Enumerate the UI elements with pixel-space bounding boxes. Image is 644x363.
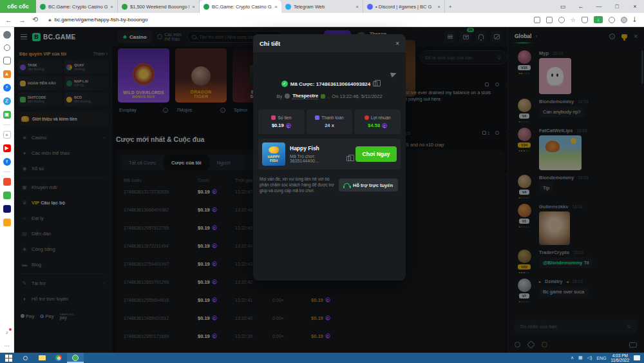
tab-close-icon[interactable]: × (437, 4, 440, 10)
settings-gear-icon[interactable] (3, 31, 11, 39)
modal-close-icon[interactable]: × (395, 40, 399, 47)
user-avatar-icon (285, 93, 290, 99)
window-maximize-button[interactable]: □ (608, 0, 626, 13)
reload-icon[interactable]: ⟲ (32, 15, 38, 24)
bookmark-star-icon[interactable]: ☆ (571, 17, 576, 23)
action-center-icon[interactable] (634, 355, 640, 360)
tab-title: • Discord | #games | BC G (375, 4, 435, 10)
rail-divider (3, 172, 11, 172)
bet-datetime: On 13:22:46, 5/11/2022 (332, 93, 382, 99)
bet-stats-row: Số tiền $0.19C Thanh toán 24 x Lợi nhuận… (258, 110, 401, 134)
tab-title: BC.Game: Crypto Casino Gan (212, 4, 272, 10)
browser-address-bar: ← → ⟲ 🔒︎ bc.game/vi/game/happy-fish-by-b… (0, 13, 644, 27)
zalo-icon[interactable]: Z (3, 97, 11, 105)
history-icon[interactable] (4, 44, 10, 51)
translate-icon[interactable] (546, 17, 553, 23)
live-support-button[interactable]: Hỗ trợ trực tuyến (339, 179, 398, 191)
speaker-icon[interactable]: ◁) (587, 355, 592, 360)
add-shortcut-icon[interactable]: + (3, 131, 11, 139)
modal-header: Chi tiết × (253, 34, 406, 52)
youtube-icon[interactable]: ▶ (3, 144, 11, 152)
profit-icon (365, 115, 369, 120)
cart-icon[interactable] (3, 219, 11, 226)
tab-close-icon[interactable]: × (110, 4, 113, 10)
taskbar-search-button[interactable] (17, 353, 33, 363)
windows-logo-icon (5, 355, 12, 362)
language-indicator[interactable]: ENG (596, 356, 606, 360)
chrome-button[interactable] (50, 353, 67, 363)
game-info-card: HAPPYFISH Happy Fish Mã Trò chơi: 363514… (258, 139, 401, 170)
headset-icon (344, 183, 350, 187)
new-tab-button[interactable]: + (445, 0, 460, 13)
coccoc-side-rail: ▲ ⚡︎ Z ▣ + ▶ f ♪ ⋯ (0, 27, 14, 353)
session-restore-icon[interactable]: ← (572, 0, 590, 13)
tab-discord[interactable]: • Discord | #games | BC G × (363, 0, 445, 13)
chrome-icon (55, 355, 62, 361)
start-button[interactable] (0, 353, 17, 363)
facebook-icon[interactable]: f (3, 158, 11, 166)
game-id-row: Mã Trò chơi: 3635144400... (290, 154, 351, 163)
coin-icon: C (286, 123, 291, 128)
new-tab-label: + (449, 4, 451, 10)
shopee-icon[interactable] (3, 178, 11, 186)
tab-title: Telegram Web (294, 4, 353, 10)
coccoc-logo[interactable]: cốc cốc (0, 0, 36, 13)
tab-bcgame-active[interactable]: BC.Game: Crypto Casino Gan × (200, 0, 281, 13)
promo-favicon (122, 4, 128, 10)
stat-amount: Số tiền $0.19C (258, 110, 305, 134)
shield-icon[interactable] (582, 17, 588, 23)
play-now-button[interactable]: Chơi Ngay (355, 146, 397, 162)
extension-icon[interactable] (609, 17, 615, 23)
reading-list-icon[interactable] (3, 57, 11, 64)
taskbar-clock[interactable]: 4:03 PM11/6/2022 (611, 353, 629, 362)
back-icon[interactable]: ← (5, 16, 12, 24)
tab-telegram[interactable]: Telegram Web × (281, 0, 363, 13)
by-label: By (276, 93, 282, 99)
bet-id-label: Mã Cược: 1748636130664093824 (290, 81, 370, 87)
lazada-icon[interactable] (3, 205, 11, 213)
tab-booongo[interactable]: $1,500 Weekend Booongo M × (118, 0, 200, 13)
network-icon[interactable]: ▦ (578, 355, 583, 360)
tab-title: $1,500 Weekend Booongo M (130, 4, 189, 10)
happy-fish-thumbnail[interactable]: HAPPYFISH (262, 142, 285, 166)
rail-divider (3, 124, 11, 125)
bet-details-modal: Chi tiết × ✓ Mã Cược: 174863613066409382… (253, 34, 406, 280)
share-icon[interactable] (390, 71, 397, 78)
hot-trends-icon[interactable]: ▲ (3, 70, 11, 78)
gift-icon[interactable] (3, 191, 11, 199)
tab-bcgame-1[interactable]: BC.Game: Crypto Casino Gan × (36, 0, 118, 13)
copy-icon[interactable] (373, 81, 377, 86)
window-close-button[interactable]: × (626, 0, 644, 13)
url-input[interactable]: 🔒︎ bc.game/vi/game/happy-fish-by-booongo (44, 15, 405, 25)
screen: cốc cốc BC.Game: Crypto Casino Gan × $1,… (0, 0, 644, 363)
tab-close-icon[interactable]: × (355, 4, 359, 10)
coccoc-logo-label: cốc cốc (7, 3, 29, 10)
profile-icon[interactable] (621, 17, 627, 23)
game-name: Happy Fish (290, 145, 351, 152)
bcgame-favicon (204, 4, 209, 10)
notification-bell-icon[interactable]: ♪ (3, 329, 11, 337)
stat-profit: Lợi nhuận $4.58C (354, 110, 401, 134)
coccoc-button[interactable] (67, 353, 84, 363)
tab-close-icon[interactable]: × (192, 4, 195, 10)
file-explorer-button[interactable] (33, 353, 50, 363)
cast-icon[interactable]: ▭ (554, 0, 572, 13)
verified-check-icon: ✓ (281, 81, 288, 87)
share-icon[interactable] (558, 17, 565, 23)
downloads-tray-icon[interactable]: ⭣ (633, 15, 636, 24)
install-icon[interactable] (534, 17, 540, 23)
bet-username-link[interactable]: Thespectre (292, 93, 318, 99)
tab-title: BC.Game: Crypto Casino Gan (48, 4, 108, 10)
window-minimize-button[interactable]: — (590, 0, 608, 13)
forward-icon[interactable]: → (19, 16, 26, 24)
coin-icon: C (382, 123, 387, 128)
tray-expand-icon[interactable]: ∧ (571, 355, 574, 360)
more-options-icon[interactable]: ⋯ (3, 342, 11, 350)
telegram-favicon (285, 4, 291, 10)
tab-close-icon[interactable]: × (274, 4, 278, 10)
user-badge-icon (321, 94, 325, 99)
download-active-icon[interactable]: ↓ (594, 16, 603, 23)
gamepad-icon[interactable]: ▣ (3, 111, 11, 119)
messenger-icon[interactable]: ⚡︎ (3, 84, 11, 92)
copy-icon[interactable] (346, 156, 351, 161)
